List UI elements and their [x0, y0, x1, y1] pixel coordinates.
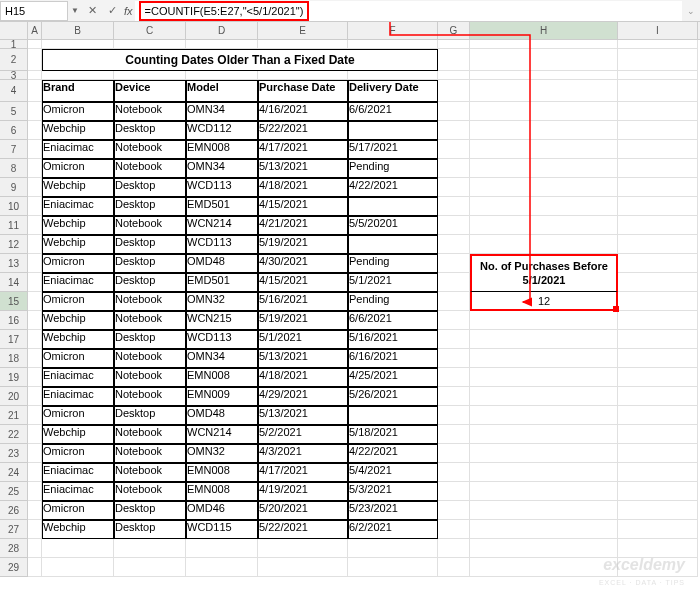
cell[interactable]	[438, 102, 470, 121]
table-cell[interactable]: WCD113	[186, 235, 258, 254]
table-cell[interactable]: Desktop	[114, 235, 186, 254]
row-header[interactable]: 11	[0, 216, 28, 235]
cell[interactable]	[438, 197, 470, 216]
table-cell[interactable]: 5/5/20201	[348, 216, 438, 235]
cell[interactable]	[618, 482, 698, 501]
cell[interactable]	[618, 273, 698, 292]
row-header[interactable]: 8	[0, 159, 28, 178]
cell[interactable]	[438, 520, 470, 539]
table-cell[interactable]: Notebook	[114, 368, 186, 387]
table-cell[interactable]: 4/16/2021	[258, 102, 348, 121]
cell[interactable]	[618, 159, 698, 178]
cell[interactable]	[28, 330, 42, 349]
row-header[interactable]: 13	[0, 254, 28, 273]
cell[interactable]	[618, 330, 698, 349]
table-cell[interactable]: Pending	[348, 254, 438, 273]
cell[interactable]	[470, 311, 618, 330]
row-header[interactable]: 14	[0, 273, 28, 292]
cell[interactable]	[618, 501, 698, 520]
cell[interactable]	[114, 558, 186, 577]
cell[interactable]	[114, 40, 186, 49]
cell[interactable]	[28, 140, 42, 159]
cell[interactable]	[438, 501, 470, 520]
table-cell[interactable]: 5/16/2021	[258, 292, 348, 311]
table-header[interactable]: Delivery Date	[348, 80, 438, 102]
cell[interactable]	[348, 40, 438, 49]
cell[interactable]	[470, 406, 618, 425]
cell[interactable]	[618, 121, 698, 140]
table-cell[interactable]: WCD113	[186, 178, 258, 197]
cell[interactable]	[618, 349, 698, 368]
cell[interactable]	[438, 482, 470, 501]
table-cell[interactable]: Webchip	[42, 520, 114, 539]
cell[interactable]	[28, 311, 42, 330]
cell[interactable]	[42, 71, 114, 80]
cell[interactable]	[618, 140, 698, 159]
cell[interactable]	[114, 71, 186, 80]
cell[interactable]	[28, 80, 42, 102]
table-cell[interactable]: 4/22/2021	[348, 178, 438, 197]
cell[interactable]	[438, 273, 470, 292]
row-header[interactable]: 5	[0, 102, 28, 121]
cell[interactable]	[28, 368, 42, 387]
row-header[interactable]: 4	[0, 80, 28, 102]
cell[interactable]	[470, 482, 618, 501]
table-cell[interactable]: 4/22/2021	[348, 444, 438, 463]
cell[interactable]	[438, 235, 470, 254]
cell[interactable]	[618, 368, 698, 387]
table-cell[interactable]: 5/26/2021	[348, 387, 438, 406]
cell[interactable]	[28, 387, 42, 406]
table-cell[interactable]: Pending	[348, 159, 438, 178]
cell[interactable]	[470, 539, 618, 558]
table-cell[interactable]: 4/25/2021	[348, 368, 438, 387]
table-cell[interactable]: WCD115	[186, 520, 258, 539]
table-cell[interactable]: 4/18/2021	[258, 178, 348, 197]
table-cell[interactable]: 4/18/2021	[258, 368, 348, 387]
table-cell[interactable]: EMN008	[186, 482, 258, 501]
row-header[interactable]: 2	[0, 49, 28, 71]
table-cell[interactable]: Eniacimac	[42, 273, 114, 292]
cell[interactable]	[618, 49, 698, 71]
table-cell[interactable]: 5/23/2021	[348, 501, 438, 520]
cell[interactable]	[28, 49, 42, 71]
table-cell[interactable]: EMD501	[186, 273, 258, 292]
table-cell[interactable]: WCN215	[186, 311, 258, 330]
row-header[interactable]: 22	[0, 425, 28, 444]
table-cell[interactable]: 5/1/2021	[258, 330, 348, 349]
cell[interactable]	[438, 349, 470, 368]
cell[interactable]	[28, 40, 42, 49]
cell[interactable]	[470, 178, 618, 197]
table-cell[interactable]: Webchip	[42, 425, 114, 444]
cell[interactable]	[258, 71, 348, 80]
cell[interactable]	[470, 463, 618, 482]
cell[interactable]	[618, 520, 698, 539]
table-cell[interactable]: Desktop	[114, 501, 186, 520]
table-cell[interactable]: Desktop	[114, 197, 186, 216]
table-cell[interactable]: 5/2/2021	[258, 425, 348, 444]
table-cell[interactable]: Omicron	[42, 444, 114, 463]
cell[interactable]	[470, 387, 618, 406]
cell[interactable]	[470, 102, 618, 121]
table-header[interactable]: Model	[186, 80, 258, 102]
table-cell[interactable]: Notebook	[114, 387, 186, 406]
cell[interactable]	[470, 49, 618, 71]
table-cell[interactable]: Notebook	[114, 140, 186, 159]
cell[interactable]	[28, 444, 42, 463]
table-cell[interactable]: Omicron	[42, 102, 114, 121]
table-cell[interactable]: Desktop	[114, 406, 186, 425]
sheet-title[interactable]: Counting Dates Older Than a Fixed Date	[42, 49, 438, 71]
name-box-dropdown-icon[interactable]: ▼	[68, 6, 82, 15]
table-cell[interactable]: Desktop	[114, 254, 186, 273]
table-cell[interactable]: OMN34	[186, 102, 258, 121]
table-cell[interactable]: Desktop	[114, 121, 186, 140]
fx-icon[interactable]: fx	[124, 5, 133, 17]
expand-formula-icon[interactable]: ⌄	[682, 6, 700, 16]
cell[interactable]	[28, 273, 42, 292]
cell[interactable]	[470, 216, 618, 235]
col-header[interactable]: E	[258, 22, 348, 39]
table-cell[interactable]: WCD112	[186, 121, 258, 140]
table-cell[interactable]: 5/19/2021	[258, 235, 348, 254]
col-header[interactable]: F	[348, 22, 438, 39]
select-all-corner[interactable]	[0, 22, 28, 39]
cell[interactable]	[28, 159, 42, 178]
